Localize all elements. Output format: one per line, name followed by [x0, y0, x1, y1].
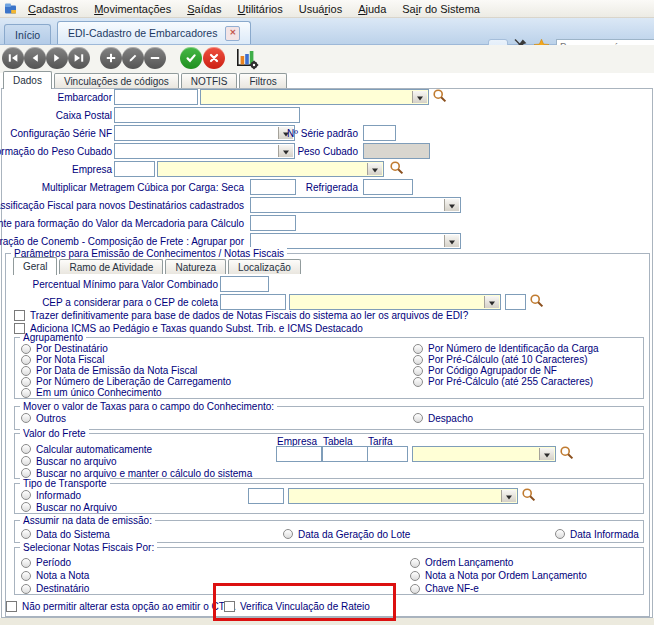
combo-arrow-icon[interactable] [367, 163, 382, 175]
combo-arrow-icon[interactable] [444, 199, 459, 211]
radio-por-pre-calculo-ate-255-caracteres[interactable]: Por Pré-Cálculo (até 255 Caracteres) [413, 376, 599, 387]
refrigerada-field[interactable] [363, 179, 413, 195]
coeficiente-label: Coeficiente para formação do Valor da Me… [0, 217, 244, 230]
peso-cubado-field [363, 143, 430, 159]
embarcador-combo[interactable] [200, 89, 429, 105]
classificacao-label: Classificação Fiscal para novos Destinat… [0, 199, 244, 212]
frete-empresa-field[interactable] [276, 446, 322, 462]
annotation-highlight-box [213, 583, 396, 621]
radio-circle-icon [410, 571, 420, 581]
radio-por-pre-calculo-ate-10-caracteres[interactable]: Por Pré-Cálculo (até 10 Caracteres) [413, 354, 599, 365]
radio-circle-icon [21, 377, 31, 387]
checkbox-adiciona-icms-ao-pedagio-e-taxas-quando-subst-trib-e-icms-destacado[interactable]: Adiciona ICMS ao Pedágio e Taxas quando … [14, 322, 468, 335]
empresa-combo[interactable] [157, 161, 384, 177]
radio-por-data-de-emissao-da-nota-fiscal[interactable]: Por Data de Emissão da Nota Fiscal [21, 365, 231, 376]
checkbox-box-icon [14, 323, 25, 334]
checkbox-label: Adiciona ICMS ao Pedágio e Taxas quando … [30, 323, 363, 334]
tab-localizacao[interactable]: Localização [228, 259, 301, 274]
frete-search-icon[interactable] [559, 445, 575, 461]
radio-por-numero-de-identificacao-da-carga[interactable]: Por Número de Identificação da Carga [413, 343, 599, 354]
tipo-transporte-search-icon[interactable] [521, 487, 537, 503]
radio-despacho[interactable]: Despacho [413, 412, 473, 424]
num-serie-field[interactable] [363, 125, 396, 141]
radio-circle-icon [21, 366, 31, 376]
radio-circle-icon [413, 355, 423, 365]
tab-geral[interactable]: Geral [13, 257, 57, 275]
checkbox-box-icon [6, 601, 17, 612]
radio-circle-icon [21, 529, 31, 539]
tab-filtros[interactable]: Filtros [239, 73, 286, 88]
tab-notfis[interactable]: NOTFIS [181, 73, 238, 88]
radio-label: Destinatário [36, 583, 89, 594]
radio-circle-icon [410, 584, 420, 594]
frete-tarifa-field[interactable] [367, 446, 408, 462]
radio-label: Por Destinatário [36, 343, 108, 354]
classificacao-combo[interactable] [250, 197, 461, 213]
radio-label: Período [36, 557, 71, 568]
tipo-transporte-code-field[interactable] [248, 488, 284, 504]
tab-ramo-de-atividade[interactable]: Ramo de Atividade [59, 259, 163, 274]
radio-nota-a-nota-por-ordem-lancamento[interactable]: Nota a Nota por Ordem Lançamento [410, 569, 587, 582]
radio-circle-icon [21, 468, 31, 478]
combo-arrow-icon[interactable] [484, 296, 499, 308]
radio-label: Data do Sistema [36, 529, 110, 540]
formacao-peso-combo[interactable] [114, 143, 295, 159]
cep-field[interactable] [220, 294, 286, 310]
empresa-search-icon[interactable] [389, 160, 405, 176]
radio-chave-nf-e[interactable]: Chave NF-e [410, 582, 587, 595]
coeficiente-field[interactable] [250, 215, 296, 231]
radio-data-do-sistema[interactable]: Data do Sistema [21, 528, 110, 540]
cep-search-icon[interactable] [529, 293, 545, 309]
radio-circle-icon [413, 344, 423, 354]
combo-arrow-icon[interactable] [539, 448, 554, 460]
radio-label: Ordem Lançamento [425, 557, 513, 568]
radio-destinatario[interactable]: Destinatário [21, 582, 89, 595]
radio-em-um-unico-conhecimento[interactable]: Em um único Conhecimento [21, 387, 231, 398]
radio-label: Buscar no arquivo [36, 456, 117, 467]
combo-arrow-icon[interactable] [278, 145, 293, 157]
radio-buscar-no-arquivo[interactable]: Buscar no arquivo [21, 455, 252, 467]
radio-periodo[interactable]: Período [21, 556, 89, 569]
caixa-postal-label: Caixa Postal [56, 109, 112, 122]
radio-por-numero-de-liberacao-de-carregamento[interactable]: Por Número de Liberação de Carregamento [21, 376, 231, 387]
radio-buscar-no-arquivo-e-manter-o-calculo-do-sistema[interactable]: Buscar no arquivo e manter o cálculo do … [21, 467, 252, 479]
radio-label: Por Código Agrupador de NF [428, 365, 557, 376]
tipo-transporte-combo[interactable] [288, 488, 518, 504]
radio-data-da-geracao-do-lote[interactable]: Data da Geração do Lote [283, 528, 410, 540]
checkbox-trazer-definitivamente-para-base-de-dados-de-notas-fiscais-do-sistema-ao-ler-os-arquivos-de-edi[interactable]: Trazer definitivamente para base de dado… [14, 309, 468, 322]
tab-vinculacoes-de-codigos[interactable]: Vinculações de códigos [54, 73, 179, 88]
empresa-code-field[interactable] [114, 161, 155, 177]
checkbox-box-icon [14, 310, 25, 321]
caixa-postal-field[interactable] [114, 107, 300, 123]
frete-tarifa-combo[interactable] [412, 446, 556, 462]
radio-nota-a-nota[interactable]: Nota a Nota [21, 569, 89, 582]
seca-field[interactable] [250, 179, 296, 195]
embarcador-search-icon[interactable] [432, 88, 448, 104]
tab-natureza[interactable]: Natureza [165, 259, 226, 274]
embarcador-code-field[interactable] [114, 89, 198, 105]
radio-outros[interactable]: Outros [21, 412, 66, 424]
radio-circle-icon [21, 571, 31, 581]
radio-label: Por Pré-Cálculo (até 10 Caracteres) [428, 354, 588, 365]
config-serie-combo[interactable] [114, 125, 295, 141]
combo-arrow-icon[interactable] [501, 490, 516, 502]
checkbox-nao-permitir-alterar-esta-opcao-ao-emitir-o-ct-e[interactable]: Não permitir alterar esta opção ao emiti… [6, 600, 236, 612]
percentual-label: Percentual Mínimo para Valor Combinado [33, 278, 218, 291]
frete-tabela-field[interactable] [322, 446, 368, 462]
combo-arrow-icon[interactable] [412, 91, 427, 103]
radio-ordem-lancamento[interactable]: Ordem Lançamento [410, 556, 587, 569]
percentual-field[interactable] [220, 276, 269, 292]
combo-arrow-icon[interactable] [444, 235, 459, 247]
radio-informado[interactable]: Informado [21, 489, 117, 501]
radio-circle-icon [410, 558, 420, 568]
tab-dados[interactable]: Dados [3, 71, 52, 89]
refrigerada-label: Refrigerada [306, 181, 358, 194]
radio-por-nota-fiscal[interactable]: Por Nota Fiscal [21, 354, 231, 365]
radio-por-destinatario[interactable]: Por Destinatário [21, 343, 231, 354]
radio-calcular-automaticamente[interactable]: Calcular automaticamente [21, 443, 252, 455]
radio-buscar-no-arquivo[interactable]: Buscar no Arquivo [21, 501, 117, 513]
cep-combo[interactable] [289, 294, 501, 310]
cep-extra-field[interactable] [505, 294, 526, 310]
radio-data-informada[interactable]: Data Informada [555, 528, 639, 540]
radio-por-codigo-agrupador-de-nf[interactable]: Por Código Agrupador de NF [413, 365, 599, 376]
